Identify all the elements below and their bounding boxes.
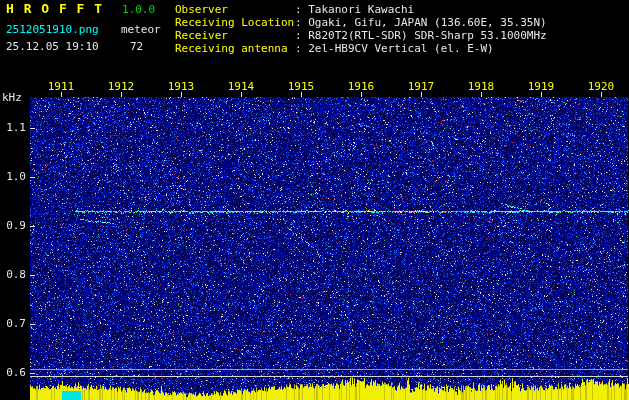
freq-axis: 1.11.00.90.80.70.6 — [0, 0, 28, 400]
header: H R O F F T 1.0.0 2512051910.png meteor … — [0, 0, 629, 70]
freq-tick-label: 0.6 — [6, 367, 26, 379]
time-tick-label: 1914 — [228, 81, 255, 93]
info-value: : 2el-HB9CV Vertical (el. E-W) — [295, 42, 494, 55]
info-value: : Ogaki, Gifu, JAPAN (136.60E, 35.35N) — [295, 16, 547, 29]
time-tick-label: 1911 — [48, 81, 75, 93]
info-row-antenna: Receiving antenna: 2el-HB9CV Vertical (e… — [175, 42, 547, 55]
time-tick-label: 1912 — [108, 81, 135, 93]
freq-tick-label: 0.9 — [6, 220, 26, 232]
info-label: Receiver — [175, 29, 295, 42]
freq-tick-label: 1.1 — [6, 122, 26, 134]
freq-tick-label: 0.8 — [6, 269, 26, 281]
info-label: Observer — [175, 3, 295, 16]
info-label: Receiving Location — [175, 16, 295, 29]
freq-tick-label: 1.0 — [6, 171, 26, 183]
info-row-receiver: Receiver: R820T2(RTL-SDR) SDR-Sharp 53.1… — [175, 29, 547, 42]
time-tick-label: 1915 — [288, 81, 315, 93]
time-axis: 1911191219131914191519161917191819191920 — [0, 81, 629, 95]
info-row-location: Receiving Location: Ogaki, Gifu, JAPAN (… — [175, 16, 547, 29]
station-info: Observer: Takanori Kawachi Receiving Loc… — [175, 3, 547, 55]
info-value: : Takanori Kawachi — [295, 3, 414, 16]
freq-tick-label: 0.7 — [6, 318, 26, 330]
time-tick-label: 1919 — [528, 81, 555, 93]
app-version: 1.0.0 — [122, 3, 155, 16]
time-tick-label: 1916 — [348, 81, 375, 93]
mode-label: meteor — [121, 23, 161, 36]
time-tick-label: 1918 — [468, 81, 495, 93]
time-tick-label: 1913 — [168, 81, 195, 93]
echo-count: 72 — [130, 40, 143, 53]
info-label: Receiving antenna — [175, 42, 295, 55]
time-tick-label: 1920 — [588, 81, 615, 93]
time-tick-label: 1917 — [408, 81, 435, 93]
info-row-observer: Observer: Takanori Kawachi — [175, 3, 547, 16]
info-value: : R820T2(RTL-SDR) SDR-Sharp 53.1000MHz — [295, 29, 547, 42]
hrofft-output: { "header": { "title": "H R O F F T", "v… — [0, 0, 629, 400]
